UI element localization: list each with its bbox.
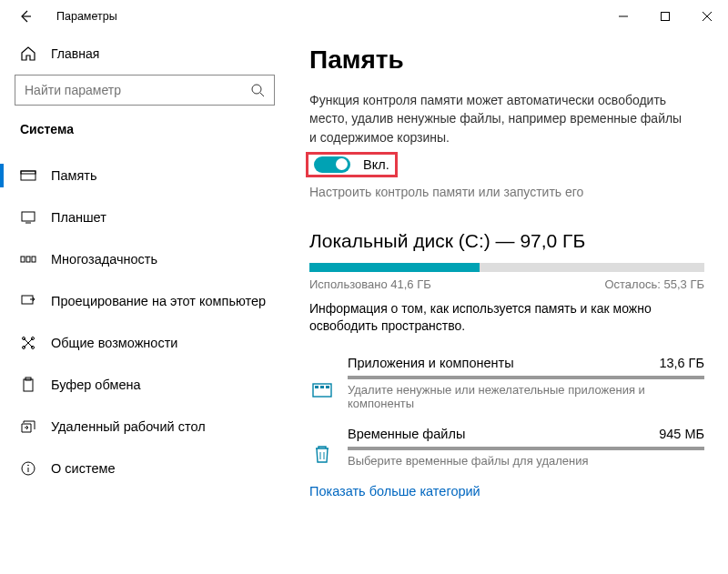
category-name: Временные файлы	[348, 427, 465, 441]
sidebar-item-label: Память	[51, 168, 97, 183]
svg-rect-28	[315, 386, 318, 388]
svg-rect-30	[326, 386, 329, 388]
category-hint: Удалите ненужные или нежелательные прило…	[348, 383, 704, 410]
sidebar-item-shared[interactable]: Общие возможности	[15, 322, 275, 364]
sidebar-item-label: О системе	[51, 461, 115, 476]
home-icon	[20, 45, 40, 62]
home-link[interactable]: Главная	[20, 45, 275, 62]
sidebar: Главная Система Память Планшет Многозада…	[0, 33, 289, 498]
apps-icon	[309, 377, 335, 402]
svg-rect-2	[662, 13, 670, 21]
back-icon[interactable]	[18, 9, 35, 24]
storage-sense-toggle[interactable]	[314, 156, 350, 173]
sidebar-item-clipboard[interactable]: Буфер обмена	[15, 364, 275, 406]
trash-icon	[309, 441, 335, 467]
multitasking-icon	[20, 251, 40, 267]
svg-rect-13	[32, 257, 35, 262]
sidebar-item-multitasking[interactable]: Многозадачность	[15, 238, 275, 280]
category-bar	[348, 376, 704, 379]
sidebar-item-remote-desktop[interactable]: Удаленный рабочий стол	[15, 406, 275, 448]
sidebar-item-projecting[interactable]: Проецирование на этот компьютер	[15, 280, 275, 322]
search-input[interactable]	[25, 83, 250, 97]
search-icon	[250, 83, 265, 97]
sidebar-item-label: Удаленный рабочий стол	[51, 419, 206, 434]
configure-storage-sense-link[interactable]: Настроить контроль памяти или запустить …	[309, 185, 704, 199]
sidebar-item-label: Буфер обмена	[51, 378, 141, 392]
svg-point-26	[27, 465, 29, 467]
svg-rect-21	[24, 379, 33, 391]
disk-free-label: Осталось: 55,3 ГБ	[604, 277, 704, 291]
usage-info: Информация о том, как используется памят…	[309, 300, 692, 336]
category-bar	[348, 447, 704, 450]
home-label: Главная	[51, 46, 99, 61]
svg-rect-7	[21, 171, 35, 180]
title-bar: Параметры	[0, 0, 728, 33]
sidebar-item-label: Планшет	[51, 210, 106, 225]
svg-rect-29	[320, 386, 324, 388]
toggle-label: Вкл.	[363, 157, 389, 172]
svg-line-6	[260, 93, 264, 96]
shared-icon	[20, 335, 40, 351]
search-box[interactable]	[15, 75, 275, 106]
disk-usage-fill	[309, 263, 480, 272]
window-title: Параметры	[56, 10, 117, 23]
storage-sense-description: Функция контроля памяти может автоматиче…	[309, 91, 692, 146]
category-size: 945 МБ	[659, 427, 704, 441]
page-title: Память	[309, 45, 704, 75]
svg-point-5	[252, 85, 261, 94]
storage-sense-toggle-row: Вкл.	[306, 152, 398, 177]
sidebar-item-label: Многозадачность	[51, 252, 157, 267]
projecting-icon	[20, 293, 40, 309]
main-content: Память Функция контроля памяти может авт…	[289, 33, 728, 498]
svg-rect-11	[21, 257, 25, 262]
disk-title: Локальный диск (C:) — 97,0 ГБ	[309, 230, 704, 252]
disk-usage-labels: Использовано 41,6 ГБ Осталось: 55,3 ГБ	[309, 277, 704, 291]
maximize-button[interactable]	[644, 2, 686, 31]
sidebar-item-about[interactable]: О системе	[15, 448, 275, 489]
category-name: Приложения и компоненты	[348, 356, 514, 370]
show-more-link[interactable]: Показать больше категорий	[309, 484, 704, 498]
about-icon	[20, 460, 40, 477]
clipboard-icon	[20, 377, 40, 393]
category-apps[interactable]: Приложения и компоненты 13,6 ГБ Удалите …	[309, 352, 704, 423]
category-hint: Выберите временные файлы для удаления	[348, 454, 704, 468]
sidebar-item-label: Общие возможности	[51, 336, 177, 350]
svg-rect-9	[22, 212, 35, 221]
remote-desktop-icon	[20, 418, 40, 435]
category-temp-files[interactable]: Временные файлы 945 МБ Выберите временны…	[309, 423, 704, 480]
sidebar-item-label: Проецирование на этот компьютер	[51, 294, 266, 308]
storage-icon	[20, 167, 40, 184]
svg-rect-8	[21, 171, 35, 174]
close-button[interactable]	[686, 2, 728, 31]
sidebar-section: Система	[20, 122, 275, 136]
sidebar-item-storage[interactable]: Память	[15, 155, 275, 196]
tablet-icon	[20, 209, 40, 226]
sidebar-item-tablet[interactable]: Планшет	[15, 196, 275, 238]
minimize-button[interactable]	[602, 2, 644, 31]
disk-usage-bar	[309, 263, 704, 272]
category-size: 13,6 ГБ	[659, 356, 704, 370]
svg-rect-12	[26, 257, 30, 262]
disk-used-label: Использовано 41,6 ГБ	[309, 277, 431, 291]
